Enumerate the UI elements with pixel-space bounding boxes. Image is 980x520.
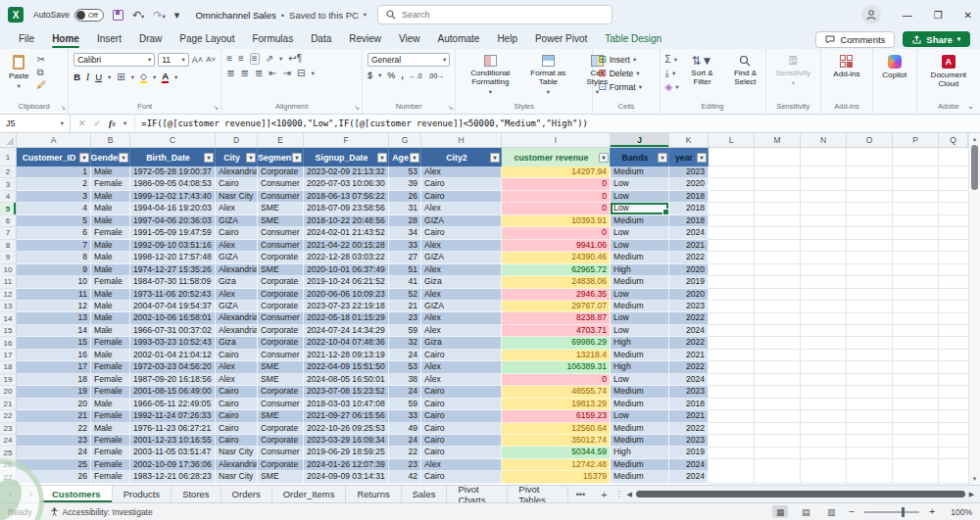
hscroll-left-icon[interactable]: ◀ xyxy=(625,491,634,498)
document-cloud-button[interactable]: A Document Cloud xyxy=(922,53,975,90)
row-header-11[interactable]: 11 xyxy=(0,276,17,288)
decrease-font-icon[interactable]: A˅ xyxy=(206,56,216,64)
redo-icon[interactable]: ↷▾ xyxy=(153,10,165,21)
cell[interactable]: High xyxy=(611,361,669,373)
sheet-tab-stores[interactable]: Stores xyxy=(172,486,220,502)
borders-icon[interactable]: ⊞ xyxy=(117,72,124,82)
cell[interactable]: Medium xyxy=(611,252,669,263)
cell[interactable]: 0 xyxy=(502,191,611,203)
row-header-22[interactable]: 22 xyxy=(0,410,17,422)
cell[interactable]: 2022-10-04 07:48:36 xyxy=(304,337,389,349)
cell[interactable]: 2023-02-09 21:13:32 xyxy=(304,166,389,178)
cell[interactable]: Consumer xyxy=(258,240,304,252)
column-header-D[interactable]: D xyxy=(216,133,258,147)
cell[interactable]: 2023-07-23 22:19:18 xyxy=(304,301,389,312)
cell[interactable]: Medium xyxy=(611,276,669,288)
cell[interactable]: 26 xyxy=(389,191,421,203)
cell[interactable]: 11 xyxy=(17,289,91,301)
ribbon-tab-data[interactable]: Data xyxy=(302,30,340,48)
row-header-17[interactable]: 17 xyxy=(0,350,17,361)
cell[interactable]: Cairo xyxy=(216,350,258,361)
cell[interactable]: GIZA xyxy=(421,252,502,263)
cell[interactable]: Low xyxy=(611,191,669,203)
cell[interactable]: 51 xyxy=(389,264,421,276)
cell[interactable]: Nasr City xyxy=(216,471,258,483)
table-header-city2[interactable]: City2▾ xyxy=(421,148,502,166)
cell[interactable]: 2024 xyxy=(669,471,709,483)
cell[interactable]: 34 xyxy=(389,227,421,239)
cell[interactable]: 22 xyxy=(389,447,421,458)
ribbon-tab-formulas[interactable]: Formulas xyxy=(243,30,302,48)
cell[interactable]: 24 xyxy=(389,350,421,361)
cell[interactable]: Cairo xyxy=(421,410,502,422)
filter-dropdown-icon[interactable]: ▾ xyxy=(292,153,302,163)
cell[interactable]: 2019-06-29 18:59:25 xyxy=(304,447,389,458)
cell[interactable]: 2024-01-26 12:07:39 xyxy=(304,459,389,471)
sheet-tab-products[interactable]: Products xyxy=(113,486,172,502)
cell[interactable]: 1973-11-06 20:52:43 xyxy=(130,289,216,301)
column-header-H[interactable]: H xyxy=(421,133,502,147)
cell[interactable]: 1966-07-31 00:37:02 xyxy=(130,325,216,337)
cell[interactable]: Medium xyxy=(611,350,669,361)
cell[interactable]: 2021-12-28 09:13:19 xyxy=(304,350,389,361)
cell[interactable]: Cairo xyxy=(216,410,258,422)
cell[interactable]: Low xyxy=(611,410,669,422)
ribbon-tab-file[interactable]: File xyxy=(10,30,43,48)
cell[interactable]: Alex xyxy=(421,325,502,337)
cell[interactable]: Male xyxy=(91,312,130,324)
cell[interactable]: High xyxy=(611,447,669,458)
cell[interactable]: Cairo xyxy=(216,386,258,398)
cell[interactable]: 2002-10-06 16:58:01 xyxy=(130,312,216,324)
row-header-7[interactable]: 7 xyxy=(0,227,17,239)
cell[interactable]: Male xyxy=(91,264,130,276)
filter-dropdown-icon[interactable]: ▾ xyxy=(377,153,387,163)
underline-button[interactable]: U xyxy=(95,71,102,82)
cell[interactable]: 26 xyxy=(17,471,91,483)
cell[interactable]: Low xyxy=(611,289,669,301)
cell[interactable]: Medium xyxy=(611,301,669,312)
table-header-year[interactable]: year▾ xyxy=(669,148,709,166)
cell[interactable]: 19813.29 xyxy=(502,399,611,410)
cell[interactable]: 2018 xyxy=(669,399,709,410)
cell[interactable]: Male xyxy=(91,325,130,337)
cell[interactable]: Low xyxy=(611,325,669,337)
row-header-3[interactable]: 3 xyxy=(0,178,17,190)
cell[interactable]: Low xyxy=(611,374,669,386)
cell[interactable]: Alex xyxy=(421,240,502,252)
cell[interactable]: 2022-12-28 03:03:22 xyxy=(304,252,389,263)
cell[interactable]: 23 xyxy=(389,459,421,471)
cell[interactable]: Female xyxy=(91,386,130,398)
cell[interactable]: 31 xyxy=(389,203,421,214)
cell[interactable]: 52 xyxy=(389,289,421,301)
close-button[interactable]: ✕ xyxy=(964,10,972,21)
cell[interactable]: 9941.06 xyxy=(502,240,611,252)
cell[interactable]: Male xyxy=(91,166,130,178)
cell[interactable]: 1 xyxy=(17,166,91,178)
decrease-indent-icon[interactable]: ⇤ xyxy=(269,69,276,78)
cell[interactable]: 2021 xyxy=(669,240,709,252)
search-input[interactable] xyxy=(402,10,578,20)
cell[interactable]: Medium xyxy=(611,423,669,435)
cell[interactable]: 2018-03-03 10:47:08 xyxy=(304,399,389,410)
cell[interactable]: 2023-03-29 16:09:34 xyxy=(304,435,389,447)
cell[interactable]: 50344.59 xyxy=(502,447,611,458)
cell[interactable]: 38 xyxy=(389,374,421,386)
ribbon-tab-view[interactable]: View xyxy=(390,30,429,48)
new-sheet-icon[interactable]: + xyxy=(593,486,614,502)
cell[interactable]: Cairo xyxy=(421,350,502,361)
row-header-26[interactable]: 26 xyxy=(0,459,17,471)
account-avatar[interactable] xyxy=(861,5,881,24)
ribbon-tab-home[interactable]: Home xyxy=(43,30,88,48)
cell[interactable]: 24838.06 xyxy=(502,276,611,288)
cell[interactable]: 1994-04-16 19:20:03 xyxy=(130,203,216,214)
cell[interactable]: 25 xyxy=(17,459,91,471)
cell[interactable]: 2004-07-04 19:54:37 xyxy=(130,301,216,312)
autosave-toggle[interactable]: AutoSave Off xyxy=(33,9,104,22)
cell[interactable]: 15 xyxy=(17,337,91,349)
cell[interactable]: 2024-07-24 14:34:29 xyxy=(304,325,389,337)
wrap-text-icon[interactable]: ↩¶ xyxy=(288,54,302,64)
cell[interactable]: Male xyxy=(91,350,130,361)
table-header-customer-revenue[interactable]: customer revenue▾ xyxy=(502,148,611,166)
cell[interactable]: 24 xyxy=(17,447,91,458)
cell[interactable]: 14 xyxy=(17,325,91,337)
